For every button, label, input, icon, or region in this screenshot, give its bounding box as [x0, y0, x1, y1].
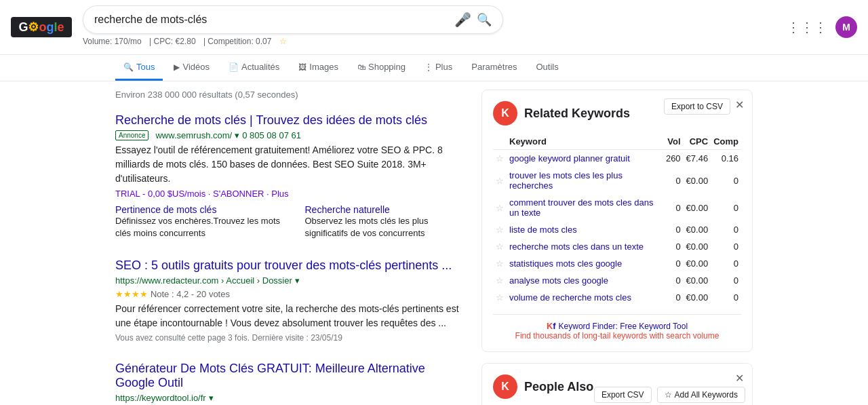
tab-outils-label: Outils	[536, 62, 558, 72]
star-cell[interactable]: ☆	[493, 255, 507, 272]
star-cell[interactable]: ☆	[493, 289, 507, 306]
star-cell[interactable]: ☆	[493, 150, 507, 168]
related-keywords-title: Related Keywords	[524, 107, 630, 121]
comp-cell: 0	[711, 255, 741, 272]
tab-actualites[interactable]: 📄 Actualités	[220, 55, 288, 81]
tab-actualites-label: Actualités	[241, 62, 279, 72]
result-3-url: https://keywordtool.io/fr ▾	[115, 393, 465, 403]
tab-videos[interactable]: ▶ Vidéos	[165, 55, 218, 81]
keyword-cell: statistiques mots cles google	[507, 255, 663, 272]
account-avatar[interactable]: M	[835, 16, 857, 38]
table-row: ☆ comment trouver des mots cles dans un …	[493, 194, 741, 221]
result-1-subs: TRIAL - 0,00 $US/mois · S'ABONNER · Plus	[115, 189, 465, 199]
star-cell[interactable]: ☆	[493, 272, 507, 289]
dropdown-arrow-icon[interactable]: ▾	[235, 130, 239, 140]
result-3-title[interactable]: Générateur De Mots Clés GRATUIT: Meilleu…	[115, 362, 465, 390]
result-3-dropdown-icon[interactable]: ▾	[209, 393, 214, 403]
comp-cell: 0	[711, 272, 741, 289]
mic-icon[interactable]: 🎤	[454, 12, 471, 28]
tab-parametres[interactable]: Paramètres	[463, 55, 525, 81]
vol-cell: 0	[663, 238, 684, 255]
cpc-cell: €0.00	[684, 221, 711, 238]
keyword-cell: comment trouver des mots cles dans un te…	[507, 194, 663, 221]
video-tab-icon: ▶	[174, 62, 180, 72]
add-all-keywords-button[interactable]: ☆ Add All Keywords	[657, 387, 745, 403]
header-right: ⋮⋮⋮ M	[787, 16, 857, 38]
star-cell[interactable]: ☆	[493, 167, 507, 194]
tab-outils[interactable]: Outils	[528, 55, 566, 81]
sidebar-column: K Related Keywords Export to CSV ✕ Keywo…	[481, 81, 753, 405]
keyword-link[interactable]: volume de recherche mots cles	[509, 292, 631, 303]
keyword-link[interactable]: statistiques mots cles google	[509, 258, 622, 269]
cpc-cell: €7.46	[684, 150, 711, 168]
result-1-title[interactable]: Recherche de mots clés | Trouvez des idé…	[115, 113, 465, 128]
sublink-naturelle-title[interactable]: Recherche naturelle	[305, 204, 466, 215]
keyword-cell: google keyword planner gratuit	[507, 150, 663, 168]
tab-images[interactable]: 🖼 Images	[290, 55, 347, 81]
google-logo[interactable]: G⚙ogle	[11, 17, 72, 37]
result-3-url-text[interactable]: https://keywordtool.io/fr	[115, 393, 206, 403]
header: G⚙ogle 🎤 🔍 Volume: 170/mo | CPC: €2.80 |…	[0, 0, 868, 55]
people-export-csv-button[interactable]: Export CSV	[594, 387, 652, 403]
star-cell[interactable]: ☆	[493, 238, 507, 255]
cpc-cell: €0.00	[684, 289, 711, 306]
keyword-link[interactable]: trouver les mots cles les plus recherche…	[509, 170, 623, 191]
keyword-link[interactable]: comment trouver des mots cles dans un te…	[509, 197, 653, 218]
cpc-cell: €0.00	[684, 167, 711, 194]
people-also-title: People Also	[524, 380, 593, 394]
tab-shopping[interactable]: 🛍 Shopping	[349, 55, 414, 81]
result-2-desc: Pour référencer correctement votre site,…	[115, 302, 465, 330]
cpc-cell: €0.00	[684, 238, 711, 255]
result-2-dropdown-icon[interactable]: ▾	[295, 275, 300, 286]
search-input[interactable]	[94, 14, 449, 26]
table-row: ☆ statistiques mots cles google 0 €0.00 …	[493, 255, 741, 272]
keyword-link[interactable]: google keyword planner gratuit	[509, 153, 630, 163]
comp-cell: 0.16	[711, 150, 741, 168]
star-add-icon: ☆	[665, 390, 672, 400]
result-2-url: https://www.redacteur.com › Accueil › Do…	[115, 275, 465, 286]
comp-cell: 0	[711, 167, 741, 194]
keyword-cell: recherche mots cles dans un texte	[507, 238, 663, 255]
people-also-widget: K People Also ✕ Export CSV ☆ Add All Key…	[481, 363, 753, 405]
table-row: ☆ analyse mots cles google 0 €0.00 0	[493, 272, 741, 289]
col-star-header	[493, 134, 507, 150]
apps-grid-icon[interactable]: ⋮⋮⋮	[787, 19, 827, 35]
col-comp-header: Comp	[711, 134, 741, 150]
result-1-url-text[interactable]: www.semrush.com/	[155, 130, 232, 140]
more-tab-icon: ⋮	[425, 62, 433, 72]
result-2-title[interactable]: SEO : 5 outils gratuits pour trouver des…	[115, 258, 465, 273]
search-icon[interactable]: 🔍	[477, 12, 492, 27]
vol-cell: 0	[663, 221, 684, 238]
search-bar-wrapper: 🎤 🔍 Volume: 170/mo | CPC: €2.80 | Compet…	[83, 5, 503, 49]
export-csv-button[interactable]: Export to CSV	[664, 98, 730, 115]
results-column: Environ 238 000 000 résultats (0,57 seco…	[115, 81, 465, 405]
people-widget-actions: Export CSV ☆ Add All Keywords	[594, 387, 745, 403]
tab-plus-label: Plus	[435, 62, 452, 72]
sublink-pertinence-desc: Définissez vos enchères.Trouvez les mots…	[115, 215, 283, 239]
results-count: Environ 238 000 000 résultats (0,57 seco…	[115, 90, 465, 100]
keyword-competition: Competition: 0.07	[208, 37, 271, 46]
keyword-cell: volume de recherche mots cles	[507, 289, 663, 306]
keyword-star-icon[interactable]: ☆	[279, 37, 287, 46]
tab-plus[interactable]: ⋮ Plus	[416, 55, 460, 81]
sublink-pertinence-title[interactable]: Pertinence de mots clés	[115, 204, 283, 215]
keyword-link[interactable]: recherche mots cles dans un texte	[509, 242, 644, 252]
cpc-cell: €0.00	[684, 194, 711, 221]
search-tab-icon: 🔍	[123, 62, 134, 72]
star-cell[interactable]: ☆	[493, 194, 507, 221]
close-people-widget-icon[interactable]: ✕	[735, 372, 744, 385]
tab-tous[interactable]: 🔍 Tous	[115, 55, 163, 81]
tab-parametres-label: Paramètres	[471, 62, 517, 72]
keyword-link[interactable]: analyse mots cles google	[509, 275, 608, 286]
result-2-url-text[interactable]: https://www.redacteur.com › Accueil › Do…	[115, 275, 292, 286]
close-related-widget-icon[interactable]: ✕	[735, 98, 744, 111]
tab-shopping-label: Shopping	[368, 62, 406, 72]
star-cell[interactable]: ☆	[493, 221, 507, 238]
keyword-volume: Volume: 170/mo	[83, 37, 142, 46]
keyword-link[interactable]: liste de mots cles	[509, 225, 577, 235]
result-2-rating: Note : 4,2 - 20 votes	[151, 289, 230, 299]
kf-name[interactable]: Keyword Finder: Free Keyword Tool	[559, 322, 688, 331]
col-keyword-header: Keyword	[507, 134, 663, 150]
vol-cell: 260	[663, 150, 684, 168]
sublink-naturelle: Recherche naturelle Observez les mots cl…	[305, 204, 466, 239]
